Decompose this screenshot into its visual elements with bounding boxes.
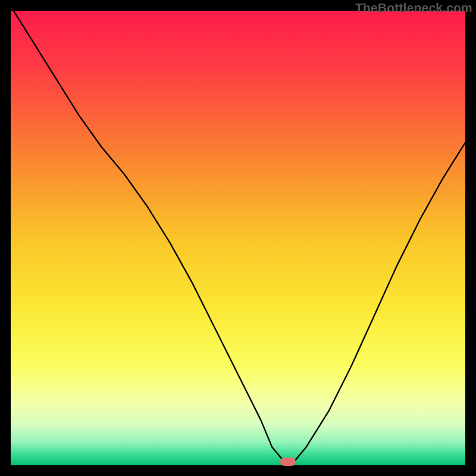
chart-frame: TheBottleneck.com [0,0,476,476]
plot-area [11,11,465,465]
watermark-text: TheBottleneck.com [355,1,472,15]
gradient-background [11,11,465,465]
optimal-marker [280,458,296,466]
gradient-rect [11,11,465,465]
